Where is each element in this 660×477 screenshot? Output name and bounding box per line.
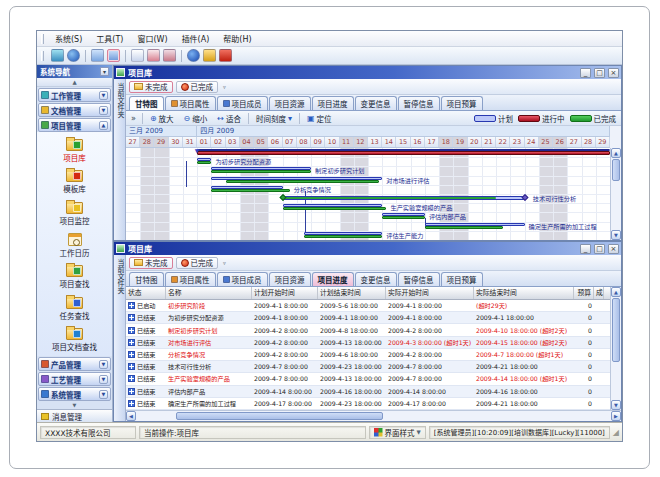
tab-progress[interactable]: 项目进度	[312, 272, 354, 286]
task-done-bar[interactable]	[304, 235, 382, 238]
task-done-bar[interactable]	[283, 207, 387, 210]
sidebar-item-task-search[interactable]: 任务查找	[37, 293, 112, 325]
scroll-left-icon[interactable]: ◀	[126, 411, 136, 421]
minimize-button[interactable]: _	[580, 244, 591, 254]
sidebar-item-project-search[interactable]: 项目查找	[37, 261, 112, 293]
tab-progress[interactable]: 项目进度	[312, 96, 354, 110]
scroll-right-icon[interactable]: ▶	[611, 411, 621, 421]
sidebar-item-template-library[interactable]: 模板库	[37, 167, 112, 199]
table-row[interactable]: 已启动初步研究阶段2009-4-1 8:00:002009-5-6 18:00:…	[126, 300, 610, 312]
sidebar-group-doc-mgmt[interactable]: 文档管理▼	[38, 103, 111, 117]
scroll-up-icon[interactable]: ▲	[611, 148, 621, 158]
toolbar-grip-handle[interactable]	[41, 51, 44, 61]
tab-gantt[interactable]: 甘特图	[129, 272, 164, 286]
resize-grip[interactable]: ◢	[613, 428, 619, 437]
task-done-bar[interactable]	[425, 226, 503, 229]
filter-tab-complete[interactable]: 已完成	[176, 257, 219, 269]
exit-icon[interactable]	[219, 49, 232, 62]
table-row[interactable]: 已结束技术可行性分析2009-4-7 8:00:002009-4-23 18:0…	[126, 361, 610, 373]
tab-resources[interactable]: 项目资源	[269, 272, 311, 286]
interface-style-dropdown[interactable]: 界面样式 ▼	[369, 426, 426, 439]
maximize-button[interactable]: □	[594, 244, 605, 254]
column-header-plan-end[interactable]: 计划结束时间	[318, 287, 386, 299]
column-header-cost[interactable]: 成	[594, 287, 604, 299]
sidebar-item-project-monitor[interactable]: 项目监控	[37, 198, 112, 230]
tab-budget[interactable]: 项目预算	[441, 96, 483, 110]
sidebar-item-project-library[interactable]: 项目库	[37, 135, 112, 167]
table-row[interactable]: 已结束确定生产所需的加工过程2009-4-17 8:00:002009-4-23…	[126, 398, 610, 410]
summary-done-bar[interactable]	[283, 197, 497, 199]
zoom-in-button[interactable]: ⊕放大	[147, 113, 177, 124]
tab-pauses[interactable]: 暂停信息	[398, 272, 440, 286]
current-folder-strip[interactable]: 当前文件夹	[114, 79, 126, 240]
scroll-up-icon[interactable]: ▲	[611, 287, 621, 297]
tab-resources[interactable]: 项目资源	[269, 96, 311, 110]
maximize-button[interactable]: □	[594, 68, 605, 78]
menubar-grip-handle[interactable]	[41, 34, 44, 44]
tab-members[interactable]: 项目成员	[217, 272, 268, 286]
form-add-icon[interactable]	[147, 49, 160, 62]
table-horizontal-scrollbar[interactable]: ◀ ▶	[126, 410, 621, 421]
folder-open-icon[interactable]	[107, 49, 120, 62]
minimize-button[interactable]: _	[580, 68, 591, 78]
fit-button[interactable]: ↔适合	[214, 113, 244, 124]
menu-item-tools[interactable]: 工具(T)	[89, 32, 130, 45]
table-row[interactable]: 已结束对市场进行评估2009-4-2 8:00:002009-4-13 18:0…	[126, 337, 610, 349]
sidebar-overflow-chevron-icon[interactable]: ▼	[37, 401, 112, 409]
chevron-down-icon[interactable]: ▼	[99, 390, 108, 399]
form-delete-icon[interactable]	[163, 49, 176, 62]
scrollbar-thumb[interactable]	[612, 298, 620, 362]
project-active-bar[interactable]	[197, 151, 610, 155]
table-row[interactable]: 已结束评估内部产品2009-4-14 8:00:002009-4-16 18:0…	[126, 386, 610, 398]
sidebar-pin-button[interactable]: ▾	[100, 67, 109, 76]
task-done-bar[interactable]	[226, 180, 380, 183]
more-tools-icon[interactable]: »	[129, 114, 138, 123]
column-header-name[interactable]: 名称	[166, 287, 252, 299]
scrollbar-thumb[interactable]	[612, 159, 620, 181]
task-done-bar[interactable]	[197, 161, 211, 164]
tab-members[interactable]: 项目成员	[217, 96, 268, 110]
table-row[interactable]: 已结束分析竞争情况2009-4-2 8:00:002009-4-6 18:00:…	[126, 349, 610, 361]
sidebar-group-product-mgmt[interactable]: 产品管理▼	[38, 357, 111, 371]
chevron-down-icon[interactable]: ▼	[99, 375, 108, 384]
column-header-actual-end[interactable]: 实际结束时间	[474, 287, 574, 299]
close-button[interactable]: ×	[608, 244, 619, 254]
help-icon[interactable]	[187, 49, 200, 62]
table-row[interactable]: 已结束生产实验室规模的产品2009-4-7 8:00:002009-4-13 1…	[126, 373, 610, 385]
scroll-down-icon[interactable]: ▼	[611, 230, 621, 240]
sidebar-item-project-doc-search[interactable]: 项目文档查找	[37, 324, 112, 356]
sidebar-group-project-mgmt[interactable]: 项目管理▲	[38, 118, 111, 132]
tab-gantt[interactable]: 甘特图	[129, 96, 164, 110]
column-header-plan-start[interactable]: 计划开始时间	[252, 287, 318, 299]
menu-item-plugins[interactable]: 插件(A)	[175, 32, 217, 45]
scrollbar-thumb[interactable]	[176, 412, 384, 420]
task-done-bar[interactable]	[382, 216, 425, 219]
filter-overflow-icon[interactable]: ▿	[223, 260, 226, 266]
sidebar-item-work-calendar[interactable]: 工作日历	[37, 230, 112, 262]
computer-icon[interactable]	[51, 49, 64, 62]
tab-pauses[interactable]: 暂停信息	[398, 96, 440, 110]
filter-tab-incomplete[interactable]: 未完成	[129, 81, 173, 93]
column-header-actual-start[interactable]: 实际开始时间	[386, 287, 474, 299]
column-header-status[interactable]: 状态	[126, 287, 166, 299]
tab-budget[interactable]: 项目预算	[441, 272, 483, 286]
column-header-budget[interactable]: 预算	[574, 287, 594, 299]
globe-icon[interactable]	[67, 49, 80, 62]
task-done-bar[interactable]	[211, 189, 289, 192]
chevron-down-icon[interactable]: ▼	[99, 91, 108, 100]
sidebar-collapse-button[interactable]: ▲	[37, 78, 112, 87]
gantt-vertical-scrollbar[interactable]: ▲ ▼	[610, 148, 621, 240]
gantt-chart[interactable]: ▼为初步研究分配资源制定初步研究计划对市场进行评估分析竞争情况技术可行性分析生产…	[126, 148, 621, 240]
menu-item-window[interactable]: 窗口(W)	[130, 32, 174, 45]
scroll-down-icon[interactable]: ▼	[611, 400, 621, 410]
tab-properties[interactable]: 项目属性	[165, 96, 216, 110]
chevron-down-icon[interactable]: ▼	[99, 106, 108, 115]
sidebar-tab-message-mgmt[interactable]: 消息管理	[37, 409, 112, 422]
sidebar-group-work-mgmt[interactable]: 工作管理▼	[38, 88, 111, 102]
menu-item-help[interactable]: 帮助(H)	[216, 32, 258, 45]
folder-icon[interactable]	[91, 49, 104, 62]
tab-changes[interactable]: 变更信息	[355, 272, 397, 286]
lock-icon[interactable]	[203, 49, 216, 62]
zoom-out-button[interactable]: ⊖缩小	[181, 113, 211, 124]
current-folder-strip[interactable]: 当前文件夹	[114, 255, 126, 421]
